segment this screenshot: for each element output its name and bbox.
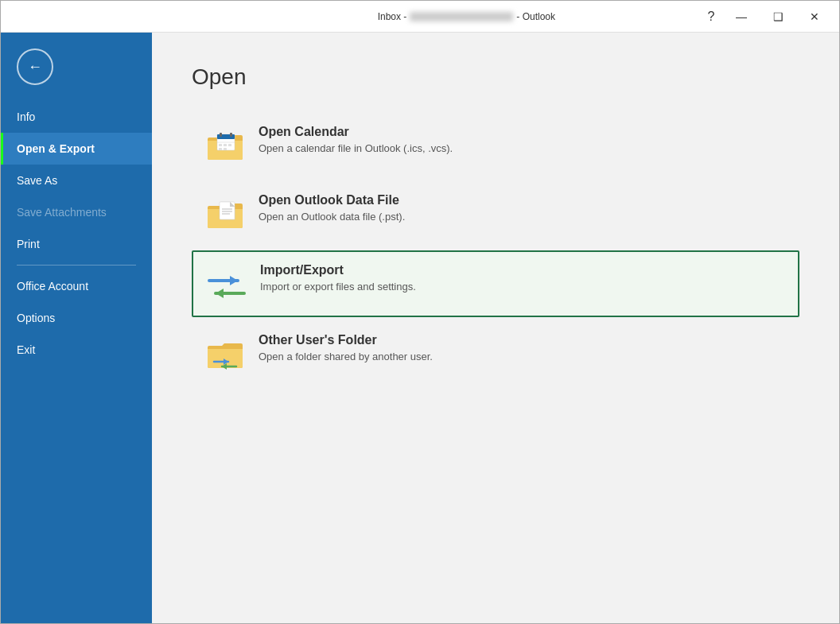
close-button[interactable]: ✕ (796, 5, 833, 29)
other-users-folder-icon (204, 333, 246, 374)
open-data-file-title: Open Outlook Data File (259, 193, 405, 207)
svg-rect-5 (219, 144, 222, 146)
open-data-file-desc: Open an Outlook data file (.pst). (259, 211, 405, 223)
open-calendar-desc: Open a calendar file in Outlook (.ics, .… (259, 142, 453, 154)
svg-rect-7 (228, 144, 231, 146)
sidebar-item-print-label: Print (17, 238, 40, 250)
nav-divider (17, 265, 136, 265)
sidebar-item-print[interactable]: Print (1, 228, 152, 260)
sidebar-item-save-as-label: Save As (17, 174, 57, 187)
open-calendar-icon (204, 125, 246, 166)
sidebar-top: ← (1, 33, 152, 93)
option-open-calendar[interactable]: Open Calendar Open a calendar file in Ou… (192, 114, 799, 177)
open-data-file-text: Open Outlook Data File Open an Outlook d… (259, 193, 405, 223)
minimize-button[interactable]: — (723, 5, 760, 29)
main-area: ← Info Open & Export Save As Save Attach… (1, 33, 839, 623)
sidebar-item-info-label: Info (17, 110, 35, 123)
svg-rect-2 (220, 133, 222, 137)
title-email (410, 12, 513, 21)
back-button[interactable]: ← (17, 48, 53, 85)
sidebar-item-open-export-label: Open & Export (17, 142, 95, 155)
option-other-users-folder[interactable]: Other User's Folder Open a folder shared… (192, 322, 799, 386)
open-calendar-title: Open Calendar (259, 125, 453, 139)
title-bar: Inbox - - Outlook ? — ❑ ✕ (1, 1, 839, 33)
import-export-title: Import/Export (260, 263, 416, 277)
help-button[interactable]: ? (699, 5, 723, 29)
sidebar-item-options[interactable]: Options (1, 302, 152, 334)
sidebar-item-info[interactable]: Info (1, 101, 152, 133)
sidebar-item-exit-label: Exit (17, 343, 35, 356)
outlook-window: Inbox - - Outlook ? — ❑ ✕ ← Info (0, 0, 840, 624)
sidebar: ← Info Open & Export Save As Save Attach… (1, 33, 152, 623)
other-users-folder-text: Other User's Folder Open a folder shared… (259, 333, 433, 362)
sidebar-item-options-label: Options (17, 312, 55, 324)
import-export-desc: Import or export files and settings. (260, 281, 416, 293)
svg-marker-15 (230, 276, 238, 285)
sidebar-item-office-account-label: Office Account (17, 280, 88, 293)
option-open-data-file[interactable]: Open Outlook Data File Open an Outlook d… (192, 182, 799, 246)
title-suffix: - Outlook (516, 11, 555, 22)
svg-rect-8 (219, 148, 222, 150)
content-area: Open (152, 33, 839, 623)
back-arrow-icon: ← (28, 59, 42, 76)
svg-rect-6 (224, 144, 227, 146)
sidebar-item-exit[interactable]: Exit (1, 334, 152, 366)
svg-rect-3 (230, 133, 232, 137)
sidebar-item-open-export[interactable]: Open & Export (1, 133, 152, 165)
svg-marker-17 (216, 289, 224, 298)
svg-rect-9 (224, 148, 227, 150)
maximize-button[interactable]: ❑ (760, 5, 796, 29)
other-users-folder-title: Other User's Folder (259, 333, 433, 347)
title-center: Inbox - - Outlook (234, 11, 699, 22)
sidebar-item-save-attachments: Save Attachments (1, 196, 152, 228)
open-data-file-icon (204, 193, 246, 234)
page-title: Open (192, 64, 799, 90)
option-import-export[interactable]: Import/Export Import or export files and… (192, 250, 799, 317)
sidebar-item-office-account[interactable]: Office Account (1, 270, 152, 302)
open-calendar-text: Open Calendar Open a calendar file in Ou… (259, 125, 453, 154)
sidebar-item-save-as[interactable]: Save As (1, 165, 152, 196)
other-users-folder-desc: Open a folder shared by another user. (259, 351, 433, 362)
sidebar-item-save-attachments-label: Save Attachments (17, 206, 107, 219)
title-prefix: Inbox - (378, 11, 407, 22)
sidebar-nav: Info Open & Export Save As Save Attachme… (1, 101, 152, 366)
title-bar-controls: ? — ❑ ✕ (699, 5, 833, 29)
import-export-icon (206, 263, 247, 304)
import-export-text: Import/Export Import or export files and… (260, 263, 416, 293)
